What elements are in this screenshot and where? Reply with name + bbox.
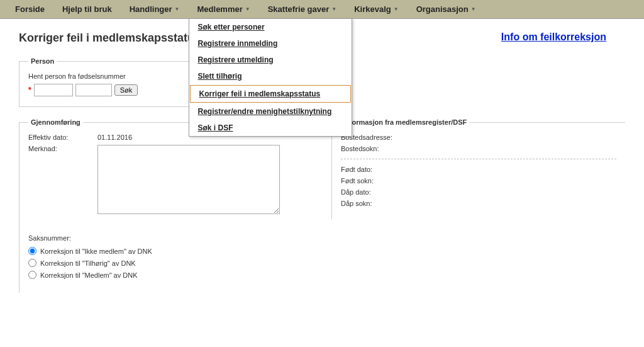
menu-forside[interactable]: Forside: [6, 1, 53, 18]
menu-handlinger[interactable]: Handlinger▼: [121, 1, 189, 18]
menu-kirkevalg[interactable]: Kirkevalg▼: [345, 1, 407, 18]
chevron-down-icon: ▼: [394, 6, 399, 12]
dropdown-item-registrere-innmelding[interactable]: Registrere innmelding: [189, 35, 352, 52]
chevron-down-icon: ▼: [471, 6, 476, 12]
dropdown-item-registrere-utmelding[interactable]: Registrere utmelding: [189, 52, 352, 68]
dropdown-item-sok-dsf[interactable]: Søk i DSF: [189, 120, 352, 136]
dap-sokn-label: Dåp sokn:: [341, 200, 410, 207]
fodt-sokn-label: Født sokn:: [341, 177, 410, 185]
radio-medlem[interactable]: Korreksjon til "Medlem" av DNK: [28, 271, 304, 279]
merknad-label: Merknad:: [28, 145, 97, 152]
search-button[interactable]: Søk: [114, 84, 138, 96]
chevron-down-icon: ▼: [245, 6, 250, 12]
info-legend: Informasjon fra medlemsregister/DSF: [341, 118, 469, 126]
chevron-down-icon: ▼: [175, 6, 180, 12]
fodt-dato-label: Født dato:: [341, 166, 410, 173]
bostedsokn-label: Bostedsokn:: [341, 145, 410, 152]
chevron-down-icon: ▼: [331, 6, 336, 12]
menu-organisasjon[interactable]: Organisasjon▼: [408, 1, 485, 18]
radio-label: Korreksjon til "Tilhørig" av DNK: [40, 259, 136, 267]
merknad-textarea[interactable]: [97, 145, 280, 214]
eff-dato-label: Effektiv dato:: [28, 134, 97, 141]
birth-number-part1[interactable]: [34, 84, 73, 96]
radio-input-tilhorig[interactable]: [28, 259, 36, 267]
dap-dato-label: Dåp dato:: [341, 188, 410, 196]
birth-number-part2[interactable]: [75, 84, 112, 96]
person-legend: Person: [28, 57, 57, 65]
radio-input-medlem[interactable]: [28, 271, 36, 279]
menu-hjelp[interactable]: Hjelp til bruk: [53, 1, 121, 18]
gjennomforing-fieldset: Gjennomføring Effektiv dato: 01.11.2016 …: [19, 118, 313, 293]
required-mark: *: [28, 86, 31, 94]
menubar: Forside Hjelp til bruk Handlinger▼ Medle…: [0, 0, 644, 19]
gjennom-legend: Gjennomføring: [28, 118, 83, 126]
info-link[interactable]: Info om feilkorreksjon: [501, 31, 606, 43]
dropdown-medlemmer: Søk etter personer Registrere innmelding…: [189, 18, 352, 137]
radio-tilhorig[interactable]: Korreksjon til "Tilhørig" av DNK: [28, 259, 304, 267]
saksnummer-label: Saksnummer:: [28, 234, 304, 242]
radio-label: Korreksjon til "Medlem" av DNK: [40, 271, 138, 279]
dropdown-item-slett-tilhorig[interactable]: Slett tilhørig: [189, 68, 352, 84]
radio-ikke-medlem[interactable]: Korreksjon til "Ikke medlem" av DNK: [28, 247, 304, 255]
dropdown-item-sok-personer[interactable]: Søk etter personer: [189, 19, 352, 35]
info-fieldset: Informasjon fra medlemsregister/DSF Bost…: [331, 118, 625, 219]
radio-input-ikke-medlem[interactable]: [28, 247, 36, 255]
radio-label: Korreksjon til "Ikke medlem" av DNK: [40, 247, 152, 255]
dropdown-item-registrer-endre[interactable]: Registrer/endre menighetstilknytning: [189, 103, 352, 120]
menu-medlemmer[interactable]: Medlemmer▼ Søk etter personer Registrere…: [189, 1, 259, 18]
separator: [341, 159, 616, 159]
menu-skattefrie[interactable]: Skattefrie gaver▼: [259, 1, 345, 18]
dropdown-item-korriger-feil[interactable]: Korriger feil i medlemskapsstatus: [190, 85, 351, 103]
